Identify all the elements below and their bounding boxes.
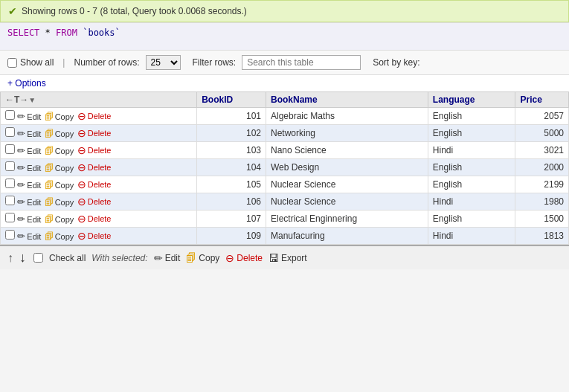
- edit-button[interactable]: ✏ Edit: [17, 128, 41, 139]
- delete-button[interactable]: ⊖ Delete: [77, 196, 112, 208]
- row-checkbox[interactable]: [5, 213, 15, 222]
- edit-label: Edit: [27, 112, 41, 121]
- row-checkbox[interactable]: [5, 127, 15, 137]
- table-row: ✏ Edit 🗐 Copy ⊖ Delete 107 Electrical En…: [1, 211, 569, 228]
- header-bookname[interactable]: BookName: [266, 92, 428, 108]
- row-checkbox[interactable]: [5, 110, 15, 120]
- copy-label: Copy: [55, 232, 74, 241]
- show-all-checkbox[interactable]: [7, 58, 17, 68]
- arrow-up-icon: ↑: [7, 251, 13, 265]
- delete-button[interactable]: ⊖ Delete: [77, 127, 112, 139]
- copy-button[interactable]: 🗐 Copy: [45, 197, 74, 208]
- cell-language: Hindi: [428, 193, 515, 211]
- cell-price: 3021: [515, 142, 569, 159]
- header-price[interactable]: Price: [515, 92, 569, 108]
- table-row: ✏ Edit 🗐 Copy ⊖ Delete 101 Algebraic Mat…: [1, 108, 569, 125]
- status-bar: ✔ Showing rows 0 - 7 (8 total, Query too…: [0, 0, 569, 22]
- footer-delete-button[interactable]: ⊖ Delete: [225, 252, 263, 264]
- copy-label: Copy: [55, 215, 74, 224]
- edit-button[interactable]: ✏ Edit: [17, 162, 41, 173]
- copy-label: Copy: [55, 181, 74, 190]
- copy-button[interactable]: 🗐 Copy: [45, 129, 74, 139]
- edit-icon: ✏: [17, 111, 25, 122]
- rows-select[interactable]: 25 50 100 250 500: [146, 55, 181, 70]
- footer-copy-button[interactable]: 🗐 Copy: [186, 252, 219, 264]
- edit-label: Edit: [27, 232, 41, 241]
- copy-icon: 🗐: [45, 231, 54, 242]
- copy-label: Copy: [55, 112, 74, 121]
- edit-button[interactable]: ✏ Edit: [17, 196, 41, 208]
- row-actions: ✏ Edit 🗐 Copy ⊖ Delete: [1, 211, 197, 228]
- copy-button[interactable]: 🗐 Copy: [45, 163, 74, 173]
- sort-down-icon[interactable]: ▼: [28, 96, 36, 104]
- delete-button[interactable]: ⊖ Delete: [77, 161, 112, 173]
- search-input[interactable]: [242, 55, 361, 70]
- header-bookid[interactable]: BookID: [197, 92, 266, 108]
- delete-label: Delete: [88, 146, 112, 155]
- copy-button[interactable]: 🗐 Copy: [45, 180, 74, 190]
- copy-icon: 🗐: [45, 180, 54, 190]
- row-checkbox[interactable]: [5, 179, 15, 188]
- show-all-label[interactable]: Show all: [7, 57, 54, 68]
- edit-button[interactable]: ✏ Edit: [17, 179, 41, 190]
- row-checkbox[interactable]: [5, 196, 15, 205]
- copy-icon: 🗐: [45, 146, 54, 156]
- edit-button[interactable]: ✏ Edit: [17, 111, 41, 122]
- copy-icon: 🗐: [45, 112, 54, 122]
- options-link[interactable]: + Options: [7, 78, 46, 89]
- query-box: SELECT * FROM `books`: [0, 22, 569, 51]
- arrow-down-spacer: ↓: [19, 250, 26, 266]
- col-move-icon: T: [14, 94, 19, 105]
- edit-icon: ✏: [17, 128, 25, 139]
- edit-label: Edit: [27, 181, 41, 190]
- edit-icon: ✏: [17, 196, 25, 208]
- with-selected-label: With selected:: [91, 253, 147, 263]
- row-actions: ✏ Edit 🗐 Copy ⊖ Delete: [1, 193, 197, 211]
- filter-label: Filter rows:: [193, 57, 237, 68]
- cell-language: English: [428, 211, 515, 228]
- copy-button[interactable]: 🗐 Copy: [45, 146, 74, 156]
- cell-price: 1980: [515, 193, 569, 211]
- cell-bookid: 103: [197, 142, 266, 159]
- copy-button[interactable]: 🗐 Copy: [45, 231, 74, 242]
- cell-bookname: Networking: [266, 125, 428, 142]
- cell-language: English: [428, 125, 515, 142]
- edit-icon: ✏: [17, 179, 25, 190]
- cell-bookid: 104: [197, 159, 266, 176]
- footer-copy-icon: 🗐: [186, 252, 196, 264]
- copy-label: Copy: [55, 198, 74, 207]
- cell-bookid: 102: [197, 125, 266, 142]
- edit-label: Edit: [27, 147, 41, 155]
- edit-button[interactable]: ✏ Edit: [17, 213, 41, 225]
- delete-button[interactable]: ⊖ Delete: [77, 230, 112, 242]
- cell-bookid: 109: [197, 228, 266, 245]
- delete-button[interactable]: ⊖ Delete: [77, 179, 112, 190]
- delete-button[interactable]: ⊖ Delete: [77, 144, 112, 156]
- cell-language: Hindi: [428, 142, 515, 159]
- delete-button[interactable]: ⊖ Delete: [77, 213, 112, 225]
- cell-bookname: Manufacuring: [266, 228, 428, 245]
- edit-icon: ✏: [17, 162, 25, 173]
- copy-button[interactable]: 🗐 Copy: [45, 214, 74, 225]
- edit-button[interactable]: ✏ Edit: [17, 145, 41, 156]
- footer-export-button[interactable]: 🖫 Export: [269, 252, 307, 264]
- check-all-checkbox[interactable]: [33, 253, 43, 263]
- row-checkbox[interactable]: [5, 144, 15, 154]
- row-checkbox[interactable]: [5, 161, 15, 171]
- row-actions: ✏ Edit 🗐 Copy ⊖ Delete: [1, 176, 197, 193]
- delete-icon: ⊖: [77, 161, 86, 173]
- edit-button[interactable]: ✏ Edit: [17, 231, 41, 242]
- row-checkbox[interactable]: [5, 230, 15, 240]
- table-row: ✏ Edit 🗐 Copy ⊖ Delete 104 Web Design En…: [1, 159, 569, 176]
- cell-bookname: Nano Science: [266, 142, 428, 159]
- copy-button[interactable]: 🗐 Copy: [45, 112, 74, 122]
- delete-icon: ⊖: [77, 110, 86, 122]
- delete-icon: ⊖: [77, 213, 86, 225]
- main-container: ✔ Showing rows 0 - 7 (8 total, Query too…: [0, 0, 569, 269]
- delete-button[interactable]: ⊖ Delete: [77, 110, 112, 122]
- delete-icon: ⊖: [77, 179, 86, 190]
- sort-label: Sort by key:: [373, 57, 419, 68]
- footer-delete-icon: ⊖: [225, 252, 234, 264]
- footer-edit-button[interactable]: ✏ Edit: [154, 252, 181, 264]
- header-language[interactable]: Language: [428, 92, 515, 108]
